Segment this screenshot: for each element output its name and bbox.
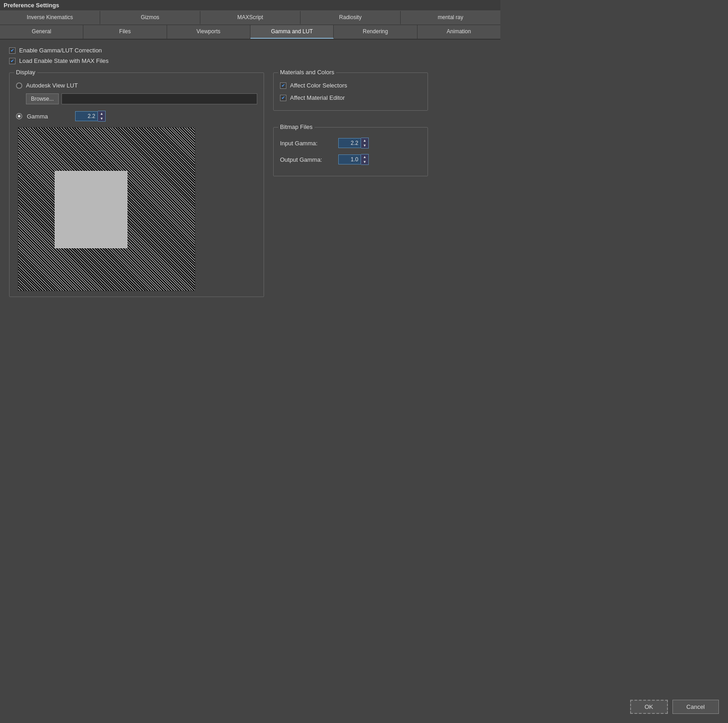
tabs-row-1: Inverse Kinematics Gizmos MAXScript Radi…: [0, 11, 500, 25]
input-gamma-down-arrow[interactable]: ▼: [361, 143, 368, 148]
right-panels: Materials and Colors Affect Color Select…: [273, 72, 491, 297]
input-gamma-arrows: ▲ ▼: [361, 138, 369, 149]
enable-gamma-checkbox[interactable]: [9, 47, 15, 54]
gamma-preview: [18, 127, 195, 291]
affect-material-editor-row: Affect Material Editor: [280, 94, 421, 101]
materials-group-title: Materials and Colors: [278, 69, 336, 76]
title-bar-text: Preference Settings: [4, 2, 59, 9]
autodesk-lut-label: Autodesk View LUT: [26, 82, 78, 89]
materials-group: Materials and Colors Affect Color Select…: [273, 72, 428, 111]
lut-path-input[interactable]: [61, 93, 257, 104]
autodesk-lut-row: Autodesk View LUT: [16, 82, 257, 89]
output-gamma-up-arrow[interactable]: ▲: [361, 154, 368, 159]
output-gamma-arrows: ▲ ▼: [361, 154, 369, 165]
gamma-radio-row: Gamma ▲ ▼: [16, 111, 257, 122]
tab-maxscript[interactable]: MAXScript: [200, 11, 300, 25]
gamma-value-input[interactable]: [75, 111, 98, 121]
browse-button[interactable]: Browse...: [26, 93, 59, 104]
output-gamma-down-arrow[interactable]: ▼: [361, 159, 368, 164]
input-gamma-up-arrow[interactable]: ▲: [361, 138, 368, 143]
autodesk-lut-radio[interactable]: [16, 82, 22, 89]
tab-viewports[interactable]: Viewports: [167, 25, 250, 39]
output-gamma-spinbox: ▲ ▼: [338, 154, 369, 165]
affect-color-selectors-row: Affect Color Selectors: [280, 82, 421, 89]
browse-row: Browse...: [26, 93, 257, 104]
affect-color-selectors-label[interactable]: Affect Color Selectors: [280, 82, 347, 89]
panels-row: Display Autodesk View LUT Browse... Gamm…: [9, 72, 491, 297]
gamma-down-arrow[interactable]: ▼: [98, 116, 105, 121]
title-bar: Preference Settings: [0, 0, 500, 11]
gamma-spinbox-arrows: ▲ ▼: [98, 111, 106, 122]
tab-gamma-lut[interactable]: Gamma and LUT: [250, 25, 334, 39]
tab-mental-ray[interactable]: mental ray: [401, 11, 500, 25]
input-gamma-row: Input Gamma: ▲ ▼: [280, 138, 421, 149]
gamma-radio[interactable]: [16, 113, 22, 119]
display-group: Display Autodesk View LUT Browse... Gamm…: [9, 72, 264, 297]
gamma-up-arrow[interactable]: ▲: [98, 111, 105, 116]
input-gamma-label: Input Gamma:: [280, 140, 335, 147]
input-gamma-input[interactable]: [338, 138, 361, 148]
input-gamma-spinbox: ▲ ▼: [338, 138, 369, 149]
gamma-spinbox: ▲ ▼: [75, 111, 106, 122]
enable-gamma-row: Enable Gamma/LUT Correction: [9, 47, 491, 54]
load-enable-row: Load Enable State with MAX Files: [9, 57, 491, 64]
load-enable-checkbox[interactable]: [9, 58, 15, 64]
tab-gizmos[interactable]: Gizmos: [100, 11, 200, 25]
tab-general[interactable]: General: [0, 25, 83, 39]
output-gamma-input[interactable]: [338, 154, 361, 164]
tab-inverse-kinematics[interactable]: Inverse Kinematics: [0, 11, 100, 25]
load-enable-label[interactable]: Load Enable State with MAX Files: [9, 57, 109, 64]
bitmap-group: Bitmap Files Input Gamma: ▲ ▼ Output Gam…: [273, 127, 428, 176]
tab-radiosity[interactable]: Radiosity: [300, 11, 401, 25]
gamma-label: Gamma: [27, 113, 48, 120]
output-gamma-label: Output Gamma:: [280, 156, 335, 163]
affect-color-selectors-checkbox[interactable]: [280, 82, 286, 89]
affect-material-editor-checkbox[interactable]: [280, 95, 286, 101]
output-gamma-row: Output Gamma: ▲ ▼: [280, 154, 421, 165]
tab-files[interactable]: Files: [83, 25, 167, 39]
enable-gamma-label[interactable]: Enable Gamma/LUT Correction: [9, 47, 102, 54]
tab-rendering[interactable]: Rendering: [334, 25, 417, 39]
tab-animation[interactable]: Animation: [417, 25, 500, 39]
gamma-preview-inner: [55, 171, 127, 248]
bitmap-group-title: Bitmap Files: [278, 123, 315, 130]
main-content: Enable Gamma/LUT Correction Load Enable …: [0, 40, 500, 304]
affect-material-editor-label[interactable]: Affect Material Editor: [280, 94, 345, 101]
display-group-title: Display: [14, 69, 37, 76]
tabs-row-2: General Files Viewports Gamma and LUT Re…: [0, 25, 500, 40]
